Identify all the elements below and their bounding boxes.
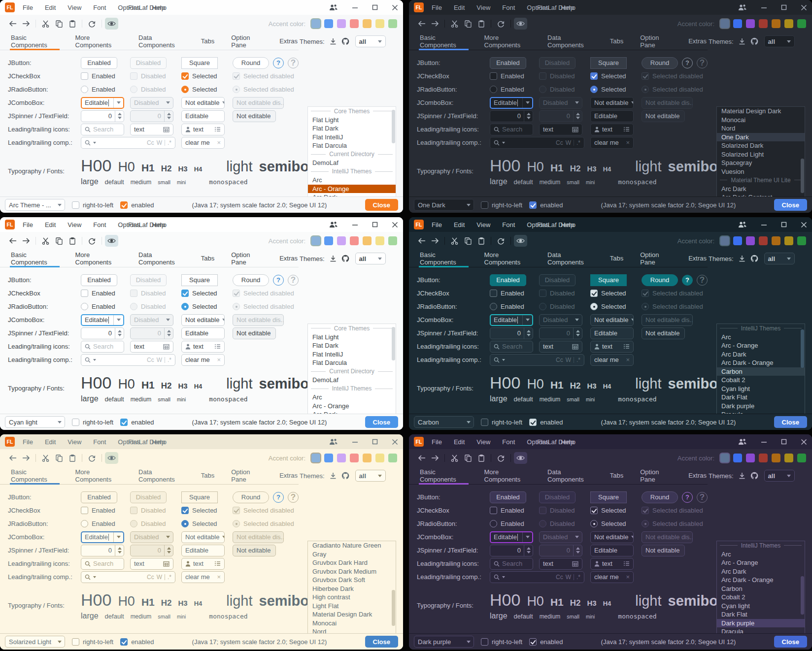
checkbox-selected-disabled[interactable] bbox=[233, 507, 240, 514]
radio-disabled[interactable] bbox=[539, 303, 546, 310]
theme-list-item[interactable]: Hiberbee Dark bbox=[308, 585, 396, 593]
theme-list-item[interactable]: DemoLaf bbox=[308, 376, 396, 385]
theme-list-item[interactable]: Gradianto Nature Green bbox=[308, 541, 396, 550]
textfield-not-editable[interactable]: Not editable bbox=[233, 110, 276, 122]
checkbox-selected-disabled[interactable] bbox=[233, 290, 240, 297]
enabled-checkbox[interactable] bbox=[120, 638, 128, 646]
checkbox-disabled[interactable] bbox=[539, 290, 546, 297]
help-button[interactable]: ? bbox=[682, 58, 693, 68]
regex-button[interactable]: .* bbox=[168, 574, 171, 581]
radio[interactable] bbox=[81, 86, 88, 93]
text-input-person-list[interactable]: text bbox=[181, 124, 225, 135]
theme-list-item[interactable]: Carbon bbox=[717, 367, 805, 376]
spinner-up-icon[interactable] bbox=[118, 547, 122, 550]
spinner-disabled[interactable]: 0 bbox=[539, 545, 582, 556]
paste-icon[interactable] bbox=[474, 235, 488, 247]
enabled-checkbox[interactable] bbox=[529, 419, 537, 426]
spinner-down-icon[interactable] bbox=[118, 551, 122, 553]
theme-list-item[interactable]: Cobalt 2 bbox=[717, 593, 805, 602]
accent-swatch-5[interactable] bbox=[784, 236, 793, 245]
match-case-button[interactable]: Cc bbox=[556, 357, 563, 363]
menu-view[interactable]: View bbox=[476, 221, 490, 228]
combobox-not-editable-disabled[interactable]: Not editable dis... bbox=[233, 531, 284, 543]
tab-extras[interactable]: Extras bbox=[278, 250, 299, 267]
combobox-editable[interactable]: Editable bbox=[81, 531, 124, 543]
users-icon[interactable] bbox=[738, 438, 747, 445]
status-theme-combo[interactable]: Arc Theme - ... bbox=[5, 199, 65, 211]
eye-icon[interactable] bbox=[105, 18, 118, 30]
search-input[interactable]: Search bbox=[81, 558, 124, 570]
cut-icon[interactable] bbox=[448, 452, 461, 464]
paste-icon[interactable] bbox=[66, 235, 79, 247]
square-button[interactable]: Square bbox=[181, 491, 218, 503]
radio[interactable] bbox=[81, 303, 88, 310]
users-icon[interactable] bbox=[329, 438, 338, 445]
radio-selected-disabled[interactable] bbox=[233, 520, 240, 527]
combobox-not-editable[interactable]: Not editable bbox=[590, 314, 634, 326]
round-button[interactable]: Round bbox=[233, 57, 269, 69]
accent-swatch-6[interactable] bbox=[388, 454, 397, 462]
refresh-icon[interactable] bbox=[85, 452, 99, 464]
minimize-button[interactable] bbox=[352, 439, 358, 445]
match-case-button[interactable]: Cc bbox=[556, 574, 563, 581]
rtl-checkbox[interactable] bbox=[72, 638, 79, 646]
round-button[interactable]: Round bbox=[642, 274, 678, 286]
chevron-down-icon[interactable] bbox=[502, 576, 505, 578]
cut-icon[interactable] bbox=[39, 235, 52, 247]
tab-more-components[interactable]: More Components bbox=[74, 467, 123, 484]
accent-swatch-3[interactable] bbox=[759, 236, 768, 245]
radio-selected[interactable] bbox=[181, 303, 189, 310]
checkbox-disabled[interactable] bbox=[539, 507, 546, 514]
tab-option-pane[interactable]: Option Pane bbox=[639, 33, 673, 50]
whole-words-button[interactable]: W bbox=[566, 139, 571, 146]
theme-list-scrollbar-thumb[interactable] bbox=[392, 590, 395, 626]
github-icon[interactable] bbox=[750, 37, 758, 45]
menu-view[interactable]: View bbox=[68, 4, 81, 11]
tab-tabs[interactable]: Tabs bbox=[200, 467, 215, 484]
spinner[interactable]: 0 bbox=[81, 327, 124, 339]
cut-icon[interactable] bbox=[39, 18, 52, 30]
status-theme-combo[interactable]: Dark purple bbox=[414, 636, 474, 648]
whole-words-button[interactable]: W bbox=[566, 574, 571, 581]
menu-font[interactable]: Font bbox=[502, 4, 515, 11]
menu-options[interactable]: Options bbox=[118, 438, 140, 446]
tab-option-pane[interactable]: Option Pane bbox=[230, 250, 264, 267]
enabled-checkbox[interactable] bbox=[120, 201, 128, 209]
clear-icon[interactable]: × bbox=[217, 139, 221, 146]
theme-list-item[interactable]: Flat Light bbox=[308, 333, 396, 342]
forward-icon[interactable] bbox=[428, 18, 441, 30]
menu-help[interactable]: Help bbox=[561, 221, 574, 228]
close-demo-button[interactable]: Close bbox=[365, 636, 398, 648]
menu-font[interactable]: Font bbox=[502, 221, 515, 228]
text-input-calendar[interactable]: text bbox=[539, 124, 582, 135]
eye-icon[interactable] bbox=[105, 452, 118, 464]
rtl-checkbox[interactable] bbox=[72, 419, 79, 426]
cut-icon[interactable] bbox=[448, 18, 461, 30]
regex-button[interactable]: .* bbox=[168, 139, 171, 146]
combobox-disabled[interactable]: Disabled bbox=[130, 314, 173, 326]
github-icon[interactable] bbox=[750, 472, 758, 480]
text-input-person-list[interactable]: text bbox=[181, 341, 225, 353]
refresh-icon[interactable] bbox=[85, 235, 99, 247]
forward-icon[interactable] bbox=[19, 235, 33, 247]
close-demo-button[interactable]: Close bbox=[774, 636, 807, 648]
menu-options[interactable]: Options bbox=[527, 438, 549, 446]
list-icon[interactable] bbox=[623, 561, 630, 566]
minimize-button[interactable] bbox=[761, 439, 767, 445]
chevron-down-icon[interactable] bbox=[93, 142, 96, 144]
back-icon[interactable] bbox=[6, 18, 19, 30]
menu-edit[interactable]: Edit bbox=[45, 4, 56, 11]
eye-icon[interactable] bbox=[514, 452, 527, 464]
theme-list-item[interactable]: Gruvbox Dark Medium bbox=[308, 567, 396, 576]
theme-list-item[interactable]: Arc bbox=[308, 393, 396, 402]
accent-swatch-4[interactable] bbox=[772, 236, 780, 245]
close-button[interactable] bbox=[801, 439, 807, 445]
tab-extras[interactable]: Extras bbox=[687, 467, 708, 484]
radio[interactable] bbox=[490, 303, 497, 310]
refresh-icon[interactable] bbox=[85, 18, 99, 30]
search-with-options-input[interactable]: CcW.* bbox=[81, 354, 175, 366]
tab-data-components[interactable]: Data Components bbox=[137, 33, 185, 50]
theme-list-item[interactable]: Arc Dark bbox=[717, 567, 805, 576]
status-theme-combo[interactable]: One Dark bbox=[414, 199, 474, 211]
match-case-button[interactable]: Cc bbox=[147, 357, 154, 363]
